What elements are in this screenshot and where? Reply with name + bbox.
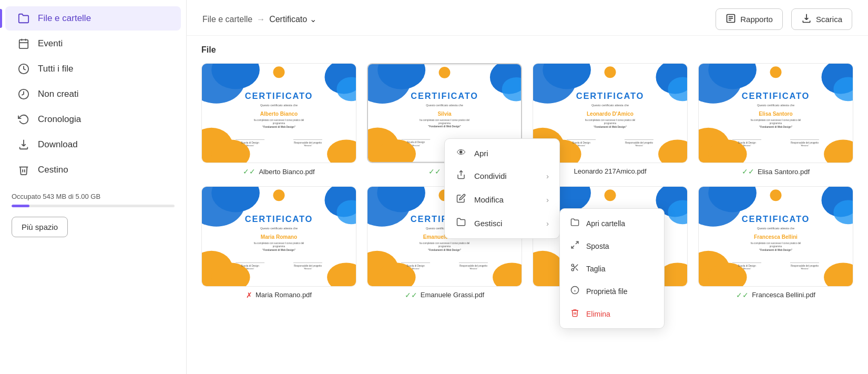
breadcrumb-current[interactable]: Certificato ⌄ [269, 14, 316, 24]
context-menu-condividi-label: Condividi [474, 171, 507, 180]
sidebar-item-tutti-file[interactable]: Tutti i file [5, 57, 181, 81]
svg-line-184 [576, 268, 578, 270]
sidebar-label-eventi: Eventi [38, 38, 63, 49]
sidebar-item-non-creati[interactable]: Non creati [5, 82, 181, 106]
eye-icon: 👁 [455, 148, 467, 158]
submenu-proprieta-label: Proprietà file [586, 287, 628, 296]
svg-text:"Fondamenti di Web Design": "Fondamenti di Web Design" [262, 249, 295, 251]
svg-text:programma: programma [273, 122, 285, 125]
submenu-proprieta[interactable]: Proprietà file [560, 280, 664, 302]
svg-point-39 [439, 67, 451, 78]
svg-point-18 [273, 66, 285, 78]
move-icon [569, 240, 580, 251]
sidebar-label-file-cartelle: File e cartelle [38, 13, 91, 24]
svg-text:Questo certificato attesta che: Questo certificato attesta che [591, 104, 629, 107]
sidebar-item-file-cartelle[interactable]: File e cartelle [5, 6, 181, 31]
context-menu-modifica[interactable]: Modifica › [445, 188, 559, 211]
file-card[interactable]: CERTIFICATO Questo certificato attesta c… [201, 63, 356, 176]
svg-point-182 [571, 269, 574, 271]
file-name: Emanuele Grassi.pdf [421, 291, 484, 299]
svg-text:"Fondamenti di Web Design": "Fondamenti di Web Design" [428, 125, 461, 128]
svg-text:Responsabile del progetto: Responsabile del progetto [791, 265, 819, 267]
svg-text:Scuola di Design: Scuola di Design [241, 141, 259, 144]
svg-text:"Fondamenti di Web Design": "Fondamenti di Web Design" [594, 126, 627, 128]
sidebar-item-cronologia[interactable]: Cronologia [5, 107, 181, 132]
svg-text:Responsabile del progetto: Responsabile del progetto [791, 141, 819, 144]
breadcrumb-current-label: Certificato [269, 15, 307, 24]
svg-line-185 [573, 266, 575, 268]
svg-text:Scuola di Design: Scuola di Design [738, 265, 756, 267]
svg-line-180 [571, 246, 574, 248]
storage-info: Occupato 543 MB di 5.00 GB [12, 193, 175, 207]
breadcrumb-root: File e cartelle [202, 15, 252, 24]
sidebar-items: File e cartelle Eventi Tutti i file Non … [0, 5, 186, 183]
svg-text:ha completato con successo il : ha completato con successo il corso prat… [420, 242, 470, 245]
more-space-button[interactable]: Più spazio [12, 217, 68, 237]
status-half-icon: ✓✓ [736, 291, 749, 299]
scarica-button[interactable]: Scarica [791, 8, 852, 30]
svg-text:Alberto Bianco: Alberto Bianco [260, 111, 298, 117]
trash-icon [17, 164, 30, 176]
svg-text:CERTIFICATO: CERTIFICATO [576, 91, 644, 100]
svg-text:"Fondamenti di Web Design": "Fondamenti di Web Design" [262, 126, 295, 128]
folder3-icon [569, 218, 580, 229]
context-menu-gestisci[interactable]: Gestisci › Apri cartella Sposta [445, 211, 559, 235]
content-area: File CERTIFICATO Questo certificato atte… [187, 36, 868, 374]
svg-text:programma: programma [438, 246, 451, 248]
svg-text:"Messina": "Messina" [411, 268, 420, 270]
file-name: Francesca Bellini.pdf [752, 291, 815, 299]
status-ok-icon: ✓✓ [243, 167, 256, 176]
svg-text:"Messina": "Messina" [742, 145, 751, 147]
file-name: Maria Romano.pdf [256, 291, 312, 299]
sidebar-item-eventi[interactable]: Eventi [5, 32, 181, 56]
file-thumbnail: CERTIFICATO Questo certificato attesta c… [201, 63, 356, 163]
svg-line-179 [575, 241, 578, 244]
context-menu-gestisci-label: Gestisci [474, 219, 502, 228]
header-actions: Rapporto Scarica [716, 8, 852, 30]
file-card[interactable]: CERTIFICATO Questo certificato attesta c… [698, 186, 853, 299]
svg-text:Responsabile del progetto: Responsabile del progetto [294, 141, 322, 144]
info-icon [569, 286, 580, 297]
svg-text:ha completato con successo il : ha completato con successo il corso prat… [751, 242, 801, 245]
trash2-icon [569, 308, 580, 319]
svg-text:Responsabile del progetto: Responsabile del progetto [459, 265, 487, 267]
svg-point-181 [571, 264, 574, 266]
clock-icon [17, 63, 30, 75]
svg-text:Questo certificato attesta che: Questo certificato attesta che [426, 104, 463, 107]
svg-text:ha completato con successo il : ha completato con successo il corso prat… [585, 119, 636, 122]
submenu-taglia[interactable]: Taglia [560, 257, 664, 280]
svg-text:Scuola di Design: Scuola di Design [738, 141, 756, 144]
svg-text:Maria Romano: Maria Romano [261, 234, 297, 240]
status-ok-icon: ✓✓ [742, 167, 754, 176]
sidebar-label-non-creati: Non creati [38, 89, 78, 99]
context-menu-apri[interactable]: 👁 Apri [445, 142, 559, 164]
svg-text:ha completato con successo il : ha completato con successo il corso prat… [254, 242, 304, 245]
svg-rect-0 [19, 40, 28, 49]
svg-point-165 [770, 190, 782, 201]
file-card[interactable]: CERTIFICATO Questo certificato attesta c… [201, 186, 356, 299]
svg-text:CERTIFICATO: CERTIFICATO [742, 214, 810, 224]
context-menu-condividi[interactable]: Condividi › [445, 164, 559, 188]
submenu-sposta[interactable]: Sposta [560, 235, 664, 257]
file-name: Elisa Santoro.pdf [758, 168, 810, 176]
submenu-apri-cartella[interactable]: Apri cartella [560, 212, 664, 235]
svg-text:"Messina": "Messina" [246, 268, 254, 270]
main-content: File e cartelle → Certificato ⌄ Rapporto… [187, 0, 868, 374]
sidebar-item-cestino[interactable]: Cestino [5, 158, 181, 182]
breadcrumb-arrow: → [257, 15, 265, 24]
svg-text:Scuola di Design: Scuola di Design [572, 141, 590, 144]
file-card[interactable]: CERTIFICATO Questo certificato attesta c… [698, 63, 853, 176]
sidebar-item-download[interactable]: Download [5, 133, 181, 157]
svg-text:"Messina": "Messina" [800, 145, 809, 147]
sidebar-label-cronologia: Cronologia [38, 114, 81, 125]
context-menu-apri-label: Apri [474, 149, 488, 158]
submenu-taglia-label: Taglia [586, 265, 606, 273]
submenu-elimina[interactable]: Elimina [560, 302, 664, 325]
svg-point-144 [605, 190, 616, 201]
chevron-right-icon3: › [546, 219, 549, 228]
status-ok-icon: ✓✓ [428, 167, 441, 176]
svg-text:programma: programma [770, 122, 782, 125]
rapporto-button[interactable]: Rapporto [716, 8, 783, 30]
scarica-icon [801, 13, 812, 25]
svg-point-60 [605, 66, 616, 78]
